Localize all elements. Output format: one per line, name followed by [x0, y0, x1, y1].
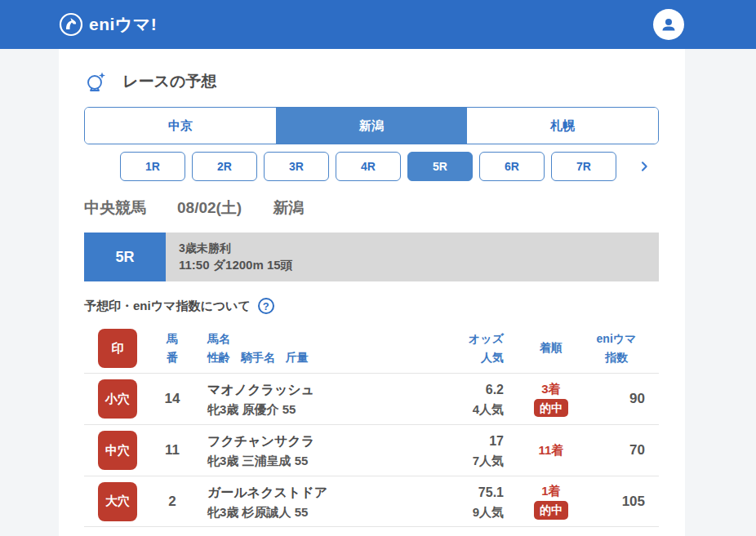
venue-tab[interactable]: 新潟 [276, 108, 467, 144]
chevron-right-icon [638, 160, 651, 173]
horse-name: フクチャンサクラ [207, 431, 416, 451]
meta-date: 08/02(土) [177, 197, 242, 219]
eniuma-index: 90 [588, 391, 659, 407]
race-meta: 中央競馬 08/02(土) 新潟 [84, 197, 659, 219]
horse-logo-icon [59, 12, 83, 37]
logo-text: eniウマ! [89, 13, 157, 36]
horse-detail: 牝3歳 原優介 55 [207, 400, 416, 419]
person-icon [660, 16, 678, 33]
odds-cell: 75.1 9人気 [416, 482, 514, 521]
table-row: 大穴 2 ガールネクストドア 牝3歳 杉原誠人 55 75.1 9人気 1着 的… [84, 476, 659, 527]
horse-detail: 牝3歳 杉原誠人 55 [207, 503, 416, 521]
race-details: 11:50 ダ1200m 15頭 [179, 256, 659, 273]
index-info-label: 予想印・eniウマ指数について [84, 299, 251, 314]
finish-position: 3着 [514, 381, 588, 397]
hit-badge: 的中 [534, 501, 568, 520]
race-class: 3歳未勝利 [179, 241, 659, 256]
result-cell: 11着 [514, 442, 588, 458]
top-bar: eniウマ! [0, 0, 756, 49]
help-icon[interactable]: ? [258, 298, 274, 314]
hit-badge: 的中 [534, 399, 568, 418]
popularity: 4人気 [416, 400, 504, 419]
popularity: 7人気 [416, 451, 504, 470]
popularity: 9人気 [416, 503, 504, 521]
odds-value: 75.1 [416, 482, 504, 503]
mark-badge: 大穴 [98, 482, 137, 521]
horse-name-cell: マオノクラッシュ 牝3歳 原優介 55 [207, 379, 416, 419]
race-tab[interactable]: 7R [551, 152, 616, 181]
horse-number: 2 [137, 494, 207, 510]
horse-number: 11 [137, 442, 207, 458]
finish-position: 11着 [514, 442, 588, 458]
logo: eniウマ! [59, 12, 157, 37]
horse-name-cell: ガールネクストドア 牝3歳 杉原誠人 55 [207, 482, 416, 521]
venue-tab[interactable]: 中京 [85, 108, 276, 144]
table-header-row: 印 馬 番 馬名 性齢 騎手名 斤量 オッズ 人気 着順 eniウマ 指数 [84, 324, 659, 373]
result-cell: 3着 的中 [514, 381, 588, 418]
eniuma-index: 70 [588, 442, 659, 458]
race-tab[interactable]: 6R [479, 152, 545, 181]
mark-badge: 小穴 [98, 379, 137, 419]
horse-number: 14 [137, 391, 207, 407]
mark-cell: 大穴 [84, 482, 137, 521]
next-races-button[interactable] [634, 157, 654, 176]
race-number-badge: 5R [84, 233, 166, 281]
horse-name-cell: フクチャンサクラ 牝3歳 三浦皇成 55 [207, 431, 416, 470]
odds-value: 6.2 [416, 379, 504, 400]
horse-name: ガールネクストドア [207, 482, 416, 503]
venue-tab[interactable]: 札幌 [467, 108, 658, 144]
race-tab[interactable]: 1R [120, 152, 185, 181]
horse-name: マオノクラッシュ [207, 379, 416, 400]
odds-cell: 17 7人気 [416, 431, 514, 470]
header-mark: 印 [84, 329, 137, 368]
page-title: レースの予想 [122, 71, 216, 92]
header-horse-name: 馬名 性齢 騎手名 斤量 [207, 330, 416, 367]
race-tab[interactable]: 3R [264, 152, 329, 181]
result-cell: 1着 的中 [514, 483, 588, 520]
meta-category: 中央競馬 [84, 197, 146, 219]
mark-header-badge: 印 [98, 329, 137, 368]
race-banner: 5R 3歳未勝利 11:50 ダ1200m 15頭 [84, 233, 659, 281]
table-row: 中穴 11 フクチャンサクラ 牝3歳 三浦皇成 55 17 7人気 11着 [84, 424, 659, 476]
index-info-row: 予想印・eniウマ指数について ? [84, 298, 659, 314]
account-button[interactable] [653, 9, 684, 40]
header-horse-number: 馬 番 [137, 330, 207, 367]
header-result: 着順 [514, 339, 588, 357]
race-tab[interactable]: 4R [336, 152, 401, 181]
prediction-table: 印 馬 番 馬名 性齢 騎手名 斤量 オッズ 人気 着順 eniウマ 指数 [84, 324, 659, 527]
section-header: レースの予想 [84, 69, 659, 94]
race-tabs: 1R 2R 3R 4R 5R 6R 7R [84, 152, 659, 181]
race-tab[interactable]: 5R [407, 152, 473, 181]
eniuma-index: 105 [588, 494, 659, 510]
header-odds: オッズ 人気 [416, 330, 514, 367]
mark-cell: 中穴 [84, 431, 137, 470]
crystal-ball-icon [84, 69, 109, 94]
finish-position: 1着 [514, 483, 588, 499]
content-card: レースの予想 中京 新潟 札幌 1R 2R 3R 4R 5R 6R [59, 49, 685, 536]
odds-cell: 6.2 4人気 [416, 379, 514, 419]
mark-cell: 小穴 [84, 379, 137, 419]
meta-venue: 新潟 [273, 197, 304, 219]
horse-detail: 牝3歳 三浦皇成 55 [207, 451, 416, 470]
mark-badge: 中穴 [98, 431, 137, 470]
venue-tabs: 中京 新潟 札幌 [84, 107, 659, 144]
odds-value: 17 [416, 431, 504, 451]
table-row: 小穴 14 マオノクラッシュ 牝3歳 原優介 55 6.2 4人気 3着 的中 [84, 373, 659, 424]
header-index: eniウマ 指数 [588, 330, 659, 367]
race-banner-info: 3歳未勝利 11:50 ダ1200m 15頭 [166, 233, 659, 281]
race-tab[interactable]: 2R [192, 152, 257, 181]
